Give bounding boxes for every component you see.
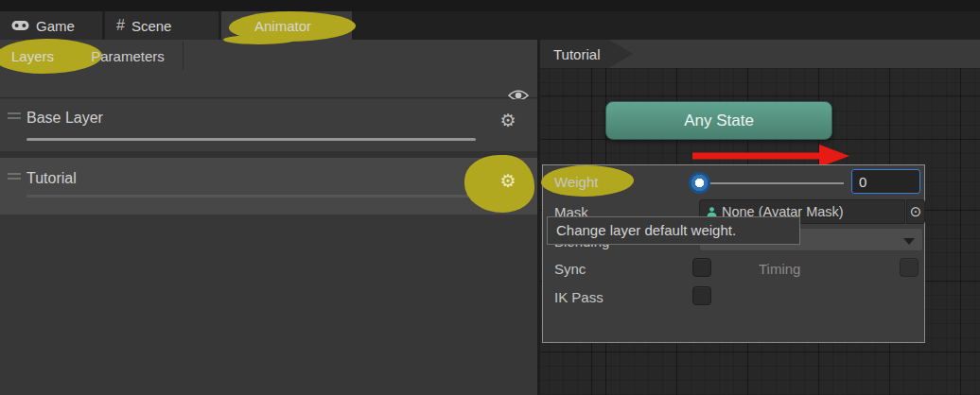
highlight-marker-animator [223, 35, 295, 44]
layer-row-tutorial[interactable]: Tutorial ⚙ [0, 158, 537, 215]
any-state-label: Any State [684, 112, 754, 130]
sync-checkbox[interactable] [692, 258, 711, 277]
unity-animator-window: Game # Scene Animator Layers Parameters [0, 0, 980, 395]
weight-input[interactable] [852, 170, 919, 193]
chevron-down-icon [903, 238, 915, 245]
hash-icon: # [116, 17, 125, 34]
timing-checkbox[interactable] [900, 258, 919, 277]
tooltip: Change layer default weight. [547, 216, 800, 245]
tab-animator-label: Animator [254, 18, 311, 34]
tab-parameters-label: Parameters [91, 48, 165, 64]
breadcrumb-label: Tutorial [553, 46, 600, 62]
layer-name: Base Layer [26, 110, 103, 127]
tab-game[interactable]: Game [0, 11, 102, 40]
tooltip-text: Change layer default weight. [556, 222, 736, 238]
ik-pass-checkbox[interactable] [692, 286, 711, 305]
weight-slider-track[interactable] [710, 182, 844, 184]
tab-separator [183, 42, 184, 70]
weight-slider-handle[interactable] [689, 172, 710, 194]
gamepad-icon [11, 20, 29, 31]
drag-handle-icon[interactable] [8, 112, 21, 120]
layers-panel: Layers Parameters + Base Layer ⚙ [0, 40, 537, 395]
tab-scene-label: Scene [131, 18, 172, 34]
row-divider [0, 151, 537, 158]
layer-weight-bar[interactable] [26, 195, 476, 198]
object-picker-icon[interactable]: ⊙ [906, 199, 925, 224]
gear-icon[interactable]: ⚙ [497, 109, 519, 131]
gear-icon[interactable]: ⚙ [497, 169, 519, 192]
window-top-strip [0, 0, 980, 11]
sync-label: Sync [554, 261, 586, 277]
tab-scene[interactable]: # Scene [105, 11, 219, 40]
any-state-node[interactable]: Any State [605, 101, 832, 140]
layer-name: Tutorial [26, 170, 77, 187]
tab-game-label: Game [36, 18, 75, 34]
layer-weight-bar[interactable] [26, 138, 476, 141]
weight-label: Weight [554, 174, 598, 190]
timing-label: Timing [759, 261, 800, 277]
layer-row-base[interactable]: Base Layer ⚙ [0, 99, 537, 151]
tab-layers-label: Layers [11, 48, 54, 64]
drag-handle-icon[interactable] [8, 173, 21, 180]
ik-pass-label: IK Pass [554, 289, 604, 305]
weight-value-field [851, 169, 920, 194]
